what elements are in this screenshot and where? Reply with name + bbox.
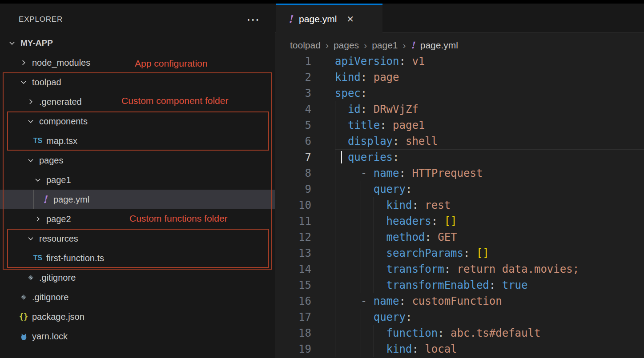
yaml-warning-icon: !	[39, 194, 51, 205]
json-icon: {}	[18, 311, 29, 322]
tree-item-yarn-lock[interactable]: yarn.lock	[0, 326, 275, 346]
code-line-5: 5 title: page1	[275, 117, 644, 133]
code-line-10: 10 kind: rest	[275, 197, 644, 213]
tree-item-toolpad[interactable]: toolpad	[0, 72, 275, 92]
line-number: 10	[275, 197, 335, 213]
line-number: 16	[275, 293, 335, 309]
tab-page-yml[interactable]: ! page.yml ✕	[276, 4, 382, 33]
tree-item-my-app[interactable]: MY-APP	[0, 33, 275, 53]
tab-label: page.yml	[299, 14, 337, 24]
breadcrumb-separator-icon: ›	[403, 40, 406, 51]
chevron-right-icon	[32, 213, 44, 225]
breadcrumb-separator-icon: ›	[364, 40, 367, 51]
chevron-down-icon	[25, 233, 36, 244]
line-number: 1	[275, 53, 335, 69]
line-number: 4	[275, 101, 335, 117]
tree-item-page1[interactable]: page1	[0, 170, 275, 190]
tree-item-label: .gitignore	[39, 273, 76, 283]
code-line-13: 13 searchParams: []	[275, 245, 644, 261]
tree-item-first-function-ts[interactable]: TSfirst-function.ts	[0, 248, 275, 268]
line-number: 17	[275, 309, 335, 325]
tree-item-package-json[interactable]: {}package.json	[0, 307, 275, 326]
tab-close-icon[interactable]: ✕	[346, 14, 354, 24]
code-line-12: 12 method: GET	[275, 229, 644, 245]
line-number: 7	[275, 149, 335, 165]
tree-item-label: .generated	[39, 97, 82, 107]
tree-item-page2[interactable]: page2	[0, 209, 275, 229]
code-line-11: 11 headers: []	[275, 213, 644, 229]
breadcrumb-item-page-yml[interactable]: page.yml	[420, 40, 458, 51]
code-line-1: 1apiVersion: v1	[275, 53, 644, 69]
tree-item-label: toolpad	[32, 77, 61, 88]
tree-item--generated[interactable]: .generated	[0, 92, 275, 111]
line-number: 2	[275, 69, 335, 85]
code-line-15: 15 transformEnabled: true	[275, 277, 644, 293]
tree-item-page-yml[interactable]: !page.yml	[0, 190, 275, 209]
line-number: 19	[275, 341, 335, 357]
breadcrumb-item-page1[interactable]: page1	[372, 40, 398, 51]
tree-item-label: page.yml	[53, 195, 89, 205]
breadcrumb-item-pages[interactable]: pages	[334, 40, 359, 51]
chevron-down-icon	[18, 76, 29, 88]
chevron-down-icon	[25, 155, 36, 166]
tree-item-label: package.json	[32, 312, 85, 322]
tree-item-label: first-function.ts	[46, 253, 104, 263]
line-number: 13	[275, 245, 335, 261]
chevron-right-icon	[25, 96, 36, 107]
typescript-icon: TS	[32, 135, 44, 147]
chevron-down-icon	[6, 37, 18, 49]
chevron-right-icon	[18, 57, 29, 68]
editor-area: ! page.yml ✕ toolpad›pages›page1›!page.y…	[275, 4, 644, 358]
yaml-warning-icon: !	[288, 14, 293, 24]
tree-item-label: node_modules	[32, 58, 90, 68]
breadcrumb-item-toolpad[interactable]: toolpad	[290, 40, 321, 51]
line-number: 12	[275, 229, 335, 245]
line-number: 6	[275, 133, 335, 149]
code-line-2: 2kind: page	[275, 69, 644, 85]
code-line-7: 7 queries:	[275, 149, 644, 165]
line-number: 11	[275, 213, 335, 229]
tree-item-label: map.tsx	[46, 136, 77, 146]
line-number: 14	[275, 261, 335, 277]
code-line-18: 18 function: abc.ts#default	[275, 325, 644, 341]
code-line-6: 6 display: shell	[275, 133, 644, 149]
window-top-strip	[0, 0, 644, 4]
line-number: 5	[275, 117, 335, 133]
tree-item-label: .gitignore	[32, 292, 68, 302]
yaml-warning-icon: !	[411, 40, 415, 50]
git-icon	[18, 291, 29, 303]
code-line-19: 19 kind: local	[275, 341, 644, 357]
code-editor[interactable]: 1apiVersion: v12kind: page3spec:4 id: DR…	[275, 53, 644, 357]
tree-item-node-modules[interactable]: node_modules	[0, 53, 275, 72]
explorer-sidebar: EXPLORER ⋯ MY-APPnode_modulestoolpad.gen…	[0, 4, 275, 358]
tree-item-components[interactable]: components	[0, 111, 275, 131]
line-number: 8	[275, 165, 335, 181]
chevron-down-icon	[25, 115, 36, 127]
file-tree: MY-APPnode_modulestoolpad.generatedcompo…	[0, 4, 275, 358]
tree-item-map-tsx[interactable]: TSmap.tsx	[0, 131, 275, 151]
tree-item-pages[interactable]: pages	[0, 151, 275, 170]
tree-item-label: MY-APP	[20, 38, 53, 48]
tree-item-label: resources	[39, 234, 78, 244]
chevron-down-icon	[32, 174, 44, 186]
vscode-window: EXPLORER ⋯ MY-APPnode_modulestoolpad.gen…	[0, 0, 644, 358]
code-line-17: 17 query:	[275, 309, 644, 325]
breadcrumb-separator-icon: ›	[326, 40, 329, 51]
tree-item-label: page2	[46, 214, 71, 224]
line-number: 15	[275, 277, 335, 293]
tree-item-label: pages	[39, 155, 64, 166]
typescript-icon: TS	[32, 252, 44, 264]
code-line-4: 4 id: DRwVjZf	[275, 101, 644, 117]
tree-indent-guide	[33, 190, 34, 209]
tree-item--gitignore[interactable]: .gitignore	[0, 268, 275, 287]
code-line-16: 16 - name: customFunction	[275, 293, 644, 309]
tab-bar: ! page.yml ✕	[275, 4, 644, 33]
tree-item--gitignore[interactable]: .gitignore	[0, 287, 275, 307]
tree-item-resources[interactable]: resources	[0, 229, 275, 248]
line-number: 18	[275, 325, 335, 341]
code-line-3: 3spec:	[275, 85, 644, 101]
code-line-8: 8 - name: HTTPrequest	[275, 165, 644, 181]
line-number: 9	[275, 181, 335, 197]
line-number: 3	[275, 85, 335, 101]
tree-item-label: yarn.lock	[32, 331, 68, 342]
